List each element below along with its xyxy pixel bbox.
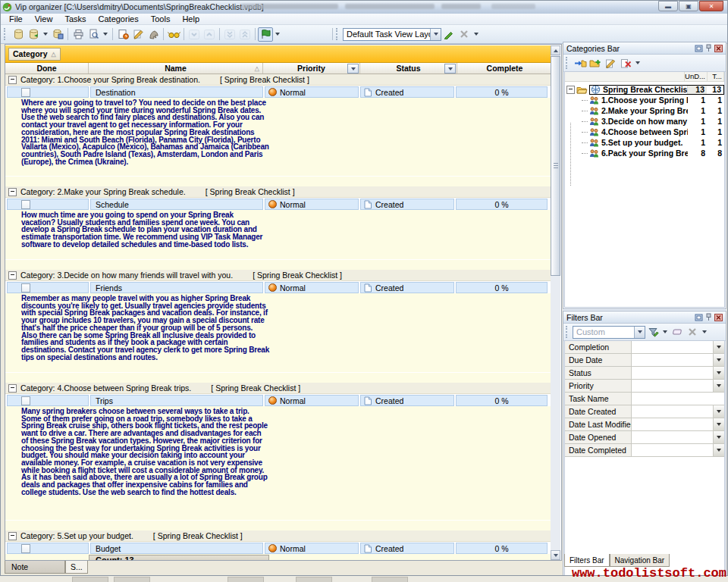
scroll-down-button[interactable] [551,550,560,560]
task-checkbox[interactable] [21,544,30,553]
panel-pin-icon[interactable] [705,44,712,52]
task-priority-cell[interactable]: Normal [265,543,359,554]
task-note[interactable]: How much time are you going to spend on … [5,210,552,270]
panel-maximize-icon[interactable] [695,45,703,52]
task-name-cell[interactable]: Friends [90,282,263,293]
column-header-priority[interactable]: Priority [263,63,360,74]
column-header-name[interactable]: Name△ [89,63,263,74]
task-priority-cell[interactable]: Normal [265,282,359,293]
task-checkbox[interactable] [21,88,30,97]
maximize-button[interactable]: ▣ [679,1,698,11]
delete-category-button[interactable] [618,56,633,70]
category-group-header[interactable]: Category: 5.Set up your budget. [ Spring… [5,530,552,542]
filter-value-field[interactable] [632,393,724,405]
filter-value-field[interactable] [632,405,713,418]
column-header-done[interactable]: Done [5,63,89,74]
status-filter-dropdown[interactable] [444,64,456,74]
filter-dropdown-button[interactable] [713,405,724,418]
menu-view[interactable]: View [29,14,59,23]
open-database-dropdown[interactable] [43,33,48,36]
panel-close-icon[interactable] [714,314,723,321]
filter-preset-dropdown[interactable] [634,327,645,338]
scrollbar-thumb[interactable] [551,56,560,276]
layout-toolbar-grip[interactable] [336,28,340,40]
column-header-status[interactable]: Status [360,63,457,74]
task-complete-cell[interactable]: 0 % [456,199,548,210]
task-status-cell[interactable]: Created [360,543,454,554]
new-database-button[interactable] [11,27,26,42]
task-status-cell[interactable]: Created [360,86,454,98]
grid-scrollbar[interactable] [551,45,560,560]
layout-toolbar-overflow[interactable] [474,33,479,36]
delete-filter-button[interactable] [685,325,700,340]
task-status-cell[interactable]: Created [360,395,454,406]
task-complete-cell[interactable]: 0 % [456,86,548,98]
edit-task-button[interactable] [130,27,146,42]
task-row[interactable]: Friends Normal Created 0 % [5,281,552,293]
filters-toolbar-grip[interactable] [566,326,570,338]
task-checkbox[interactable] [21,200,30,209]
priority-filter-dropdown[interactable] [347,64,359,74]
save-layout-button[interactable] [441,27,457,42]
task-name-cell[interactable]: Trips [90,395,263,406]
category-group-header[interactable]: Category: 4.Choose between Spring Break … [5,383,552,394]
layout-combo-dropdown[interactable] [430,29,441,40]
task-name-cell[interactable]: Budget [90,543,263,554]
task-checkbox[interactable] [21,396,30,405]
filter-dropdown-button[interactable] [713,380,724,392]
tree-item[interactable]: 1.Choose your Spring Break 1 1 [565,95,724,105]
tree-item[interactable]: 2.Make your Spring Break sc 1 1 [565,105,724,116]
tree-item[interactable]: 4.Choose between Spring Br 1 1 [565,127,724,137]
menu-file[interactable]: File [3,14,29,23]
tree-item[interactable]: 5.Set up your budget. 1 1 [565,137,724,148]
task-row[interactable]: Budget Normal Created 0 % [5,542,552,554]
task-checkbox[interactable] [21,283,30,293]
column-header-complete[interactable]: Complete [457,63,552,74]
menu-tasks[interactable]: Tasks [58,14,92,23]
task-complete-cell[interactable]: 0 % [456,543,548,554]
task-status-cell[interactable]: Created [360,282,454,293]
tree-item[interactable]: 3.Decide on how many frien 1 1 [565,116,724,127]
category-group-header[interactable]: Category: 1.Choose your Spring Break des… [5,74,552,86]
task-priority-cell[interactable]: Normal [265,86,359,98]
print-preview-button[interactable] [86,27,101,42]
apply-filter-button[interactable] [645,325,661,340]
task-name-cell[interactable]: Schedule [90,199,263,210]
filter-dropdown-button[interactable] [713,418,724,430]
delete-layout-button[interactable] [457,27,472,42]
collapse-icon[interactable] [8,76,17,84]
tree-collapse-icon[interactable] [566,86,575,94]
task-complete-cell[interactable]: 0 % [456,395,548,406]
filter-preset-combo[interactable]: Custom [573,326,645,339]
task-note[interactable]: Remember as many people travel with you … [5,293,552,383]
task-name-cell[interactable]: Destination [90,86,263,98]
tree-root-selection[interactable]: Spring Break Checklist 13 13 [589,85,724,95]
new-task-button[interactable] [115,27,130,42]
task-row[interactable]: Destination Normal Created 0 % [5,86,552,98]
tab-navigation-bar[interactable]: Navigation Bar [610,554,670,567]
category-group-header[interactable]: Category: 3.Decide on how many friends w… [5,270,552,281]
edit-category-button[interactable] [603,56,618,70]
task-complete-cell[interactable]: 0 % [456,282,548,293]
panel-pin-icon[interactable] [705,313,712,321]
tree-column-undone[interactable]: UnD... [685,72,708,81]
scroll-up-button[interactable] [551,45,560,55]
filters-toolbar-overflow[interactable] [702,330,707,333]
apply-filter-dropdown[interactable] [663,330,667,333]
panel-maximize-icon[interactable] [695,314,703,321]
tree-column-total[interactable]: T... [708,72,724,81]
clear-filter-button[interactable] [670,325,685,340]
filter-value-field[interactable] [632,380,713,392]
filter-value-field[interactable] [632,431,713,443]
filter-value-field[interactable] [632,354,713,366]
collapse-icon[interactable] [8,384,17,393]
menu-tools[interactable]: Tools [145,14,177,23]
task-status-cell[interactable]: Created [360,199,454,210]
menu-help[interactable]: Help [176,14,206,23]
panel-close-icon[interactable] [714,45,723,52]
new-category-button[interactable] [573,56,588,70]
view-task-button[interactable] [166,27,181,42]
tab-filters-bar[interactable]: Filters Bar [564,554,610,567]
task-priority-cell[interactable]: Normal [265,395,359,406]
task-row[interactable]: Trips Normal Created 0 % [5,394,552,406]
